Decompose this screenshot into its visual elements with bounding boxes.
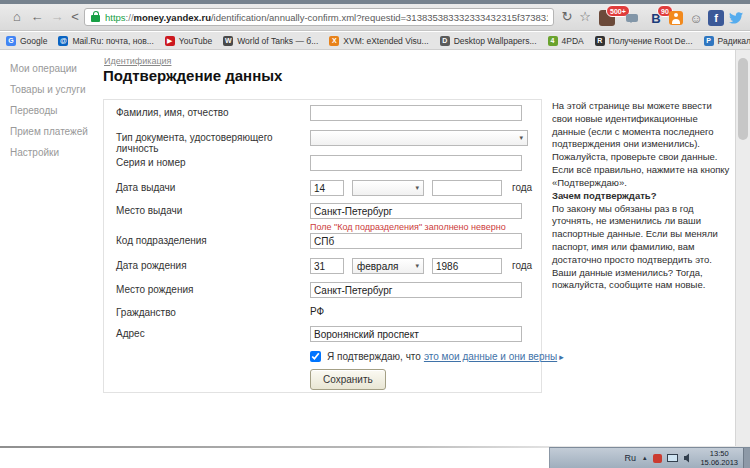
form-row-issue-place: Место выдачи [116, 203, 522, 219]
page-scrollbar[interactable] [735, 50, 750, 447]
bookmark-label: Получение Root De... [609, 36, 693, 46]
sidebar-item-operations[interactable]: Мои операции [10, 64, 100, 74]
forward-icon[interactable]: → [48, 8, 66, 26]
address-label: Адрес [116, 326, 310, 339]
form-row-department-code: Код подразделения [116, 233, 522, 249]
help-panel: На этой странице вы можете ввести свои н… [552, 100, 733, 292]
form-row-issue-date: Дата выдачи ▾ года [116, 180, 532, 196]
confirm-text: Я подтверждаю, что [327, 351, 421, 362]
birth-year-input[interactable] [432, 258, 502, 274]
network-tray-icon[interactable] [667, 454, 678, 462]
help-heading: Зачем подтверждать? [552, 190, 733, 203]
clock-time: 13:50 [700, 449, 738, 458]
help-paragraph-1: На этой странице вы можете ввести свои н… [552, 100, 733, 190]
document-type-label: Тип документа, удостоверяющего личность [116, 130, 310, 154]
bookmark-xvm[interactable]: XXVM: eXtended Visu... [329, 36, 428, 46]
issue-month-select[interactable]: ▾ [352, 180, 424, 196]
birth-place-input[interactable] [310, 282, 522, 298]
extension-b-icon[interactable]: B 90 [648, 10, 664, 26]
taskbar-fragment: Ru ▴ 13:50 15.06.2013 [549, 447, 750, 468]
url-scheme: https [105, 12, 126, 23]
citizenship-label: Гражданство [116, 305, 310, 318]
address-bar[interactable]: https://money.yandex.ru/identification/a… [84, 8, 554, 26]
system-tray [653, 453, 693, 463]
speaker-icon[interactable] [683, 453, 693, 463]
xvm-favicon: X [329, 36, 339, 46]
home-icon[interactable]: ⌂ [8, 8, 26, 26]
reload-icon[interactable]: ↻ [558, 8, 576, 26]
confirm-checkbox[interactable] [310, 351, 321, 362]
bookmark-label: 4PDA [562, 36, 584, 46]
bookmark-label: Desktop Wallpapers... [454, 36, 537, 46]
bookmark-label: XVM: eXtended Visu... [343, 36, 428, 46]
birth-day-input[interactable] [310, 258, 344, 274]
bookmark-wot[interactable]: WWorld of Tanks — б... [223, 36, 318, 46]
department-code-input[interactable] [310, 233, 522, 249]
extension-adblock-icon[interactable]: 500+ [599, 10, 615, 26]
back-icon[interactable]: ← [28, 8, 46, 26]
4pda-favicon: 4 [548, 36, 558, 46]
sidebar-nav: Мои операции Товары и услуги Переводы Пр… [10, 64, 100, 169]
show-desktop-button[interactable] [743, 448, 750, 468]
address-input[interactable] [310, 326, 522, 342]
document-type-select[interactable]: ▾ [310, 130, 528, 146]
series-number-input[interactable] [310, 155, 522, 171]
sidebar-item-goods-services[interactable]: Товары и услуги [10, 85, 100, 95]
birth-date-label: Дата рождения [116, 258, 310, 271]
language-indicator[interactable]: Ru [624, 453, 636, 463]
chevron-down-icon: ▾ [415, 184, 419, 192]
form-row-address: Адрес [116, 326, 522, 342]
confirm-row: Я подтверждаю, что это мои данные и они … [310, 351, 564, 362]
bookmark-label: Google [20, 36, 47, 46]
full-name-input[interactable] [310, 105, 522, 121]
tray-expand-icon[interactable]: ▴ [643, 454, 647, 462]
page-title: Подтверждение данных [103, 67, 282, 84]
facebook-icon[interactable]: f [708, 10, 724, 26]
save-button[interactable]: Сохранить [310, 369, 386, 390]
citizenship-value: РФ [310, 305, 324, 317]
issue-place-label: Место выдачи [116, 203, 310, 216]
scrollbar-thumb[interactable] [738, 58, 748, 140]
chat-bubble-glyph [626, 14, 638, 22]
confirm-data-link[interactable]: это мои данные и они верны [424, 351, 557, 362]
issue-date-label: Дата выдачи [116, 180, 310, 193]
form-row-birth-date: Дата рождения февраля ▾ года [116, 258, 532, 274]
help-paragraph-2: По закону мы обязаны раз в год уточнять,… [552, 203, 733, 267]
chevron-down-icon: ▾ [519, 134, 523, 142]
chat-icon[interactable] [624, 10, 640, 26]
sidebar-item-transfers[interactable]: Переводы [10, 106, 100, 116]
taskbar-clock[interactable]: 13:50 15.06.2013 [700, 449, 738, 468]
bookmark-label: Mail.Ru: почта, нов... [72, 36, 153, 46]
twitter-bird-glyph [729, 12, 743, 24]
form-row-citizenship: Гражданство РФ [116, 305, 324, 318]
bookmark-radikal[interactable]: РРадикал-Фото: Соз... [704, 36, 750, 46]
bookmark-google[interactable]: GGoogle [6, 36, 47, 46]
bookmark-youtube[interactable]: ▶YouTube [165, 36, 212, 46]
issue-place-input[interactable] [310, 203, 522, 219]
bookmark-label: YouTube [179, 36, 212, 46]
birth-month-select[interactable]: февраля ▾ [352, 258, 424, 274]
breadcrumb-identification-link[interactable]: Идентификация [104, 56, 171, 66]
mailru-favicon: @ [58, 36, 68, 46]
bookmark-mailru[interactable]: @Mail.Ru: почта, нов... [58, 36, 153, 46]
form-row-full-name: Фамилия, имя, отчество [116, 105, 522, 121]
url-path: /identification/annually-confirm.xml?req… [211, 12, 548, 23]
smiley-icon[interactable]: ☺ [688, 10, 704, 26]
bookmark-wallpapers[interactable]: DDesktop Wallpapers... [440, 36, 537, 46]
full-name-label: Фамилия, имя, отчество [116, 105, 310, 118]
odnoklassniki-icon[interactable] [668, 10, 684, 26]
issue-year-input[interactable] [432, 180, 502, 196]
link-arrow-icon: ▸ [559, 352, 564, 362]
sidebar-item-settings[interactable]: Настройки [10, 148, 100, 158]
department-code-error: Поле "Код подразделения" заполнено невер… [310, 222, 506, 232]
form-row-series-number: Серия и номер [116, 155, 522, 171]
bookmark-root[interactable]: RПолучение Root De... [595, 36, 693, 46]
twitter-icon[interactable] [728, 10, 744, 26]
bookmark-4pda[interactable]: 44PDA [548, 36, 584, 46]
antivirus-tray-icon[interactable] [653, 454, 662, 463]
department-code-label: Код подразделения [116, 233, 310, 246]
issue-day-input[interactable] [310, 180, 344, 196]
bookmark-star-icon[interactable]: ☆ [576, 8, 594, 26]
share-icon[interactable]: < [66, 8, 84, 26]
sidebar-item-payments[interactable]: Прием платежей [10, 127, 100, 137]
